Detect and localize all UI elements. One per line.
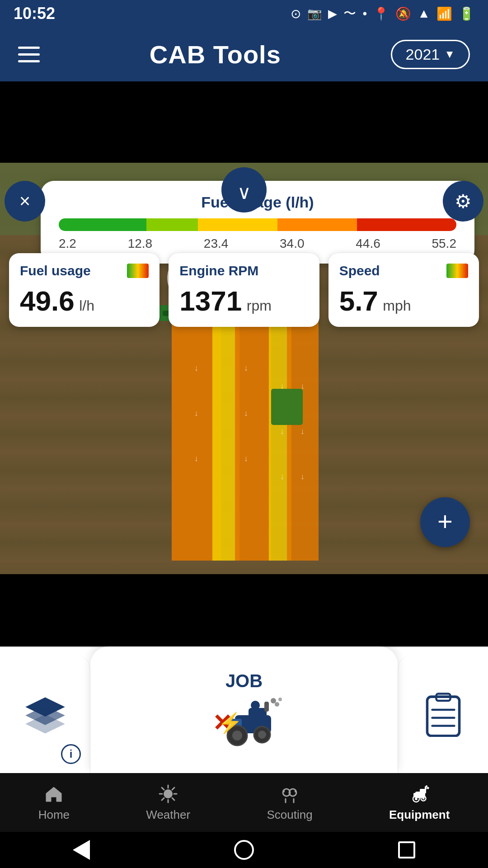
nav-weather-label: Weather (146, 808, 190, 822)
job-label: JOB (225, 671, 263, 691)
hamburger-line-3 (18, 60, 40, 62)
recents-icon (398, 841, 415, 859)
svg-rect-39 (264, 702, 269, 712)
plus-icon: + (437, 508, 453, 534)
fuel-gauge-bar (59, 218, 456, 231)
nav-home-label: Home (38, 808, 70, 822)
nav-item-equipment[interactable]: Equipment (389, 783, 450, 822)
android-nav-bar (0, 832, 488, 868)
fuel-usage-card: Fuel usage 49.6 l/h (9, 253, 160, 327)
close-overlay-button[interactable]: × (5, 181, 45, 222)
speed-label: Speed (339, 263, 380, 278)
youtube-icon: ▶ (328, 7, 337, 21)
info-icon: i (70, 748, 73, 760)
fuel-label-1: 12.8 (128, 236, 153, 251)
svg-point-41 (275, 702, 279, 707)
fuel-color-indicator (127, 264, 149, 278)
app-header: CAB Tools 2021 ▼ (0, 27, 488, 81)
pill-icon: ⊙ (291, 6, 301, 21)
location-icon: 📍 (373, 6, 389, 21)
engine-rpm-value: 1371 (179, 285, 242, 316)
page-title: CAB Tools (150, 40, 281, 69)
fuel-label-0: 2.2 (59, 236, 76, 251)
year-selector[interactable]: 2021 ▼ (391, 40, 470, 69)
map-chevron-icon: ∨ (237, 181, 251, 203)
nav-equipment-label: Equipment (389, 808, 450, 822)
fuel-usage-label: Fuel usage (20, 263, 91, 278)
android-recents-button[interactable] (393, 836, 420, 863)
bottom-nav-bar: Home Weather Scouting (0, 773, 488, 832)
layers-button[interactable]: i (0, 656, 90, 773)
equipment-icon (409, 783, 430, 804)
job-button[interactable]: JOB (90, 646, 398, 773)
android-back-button[interactable] (68, 836, 95, 863)
speed-unit: mph (383, 297, 411, 314)
fuel-label-3: 34.0 (280, 236, 305, 251)
strip-orange-3 (287, 298, 319, 561)
fuel-label-5: 55.2 (432, 236, 456, 251)
weather-icon (158, 783, 178, 804)
add-button[interactable]: + (420, 497, 470, 547)
hamburger-line-1 (18, 47, 40, 49)
svg-point-51 (164, 789, 173, 798)
nav-scouting-label: Scouting (267, 808, 312, 822)
nav-item-scouting[interactable]: Scouting (267, 783, 312, 822)
dot-icon: • (362, 6, 367, 21)
settings-button[interactable]: ⚙ (443, 181, 483, 222)
svg-rect-65 (295, 790, 296, 793)
svg-rect-46 (427, 697, 459, 736)
bell-off-icon: 🔕 (395, 6, 411, 21)
svg-line-59 (162, 798, 164, 800)
svg-rect-75 (425, 786, 427, 790)
year-value: 2021 (406, 46, 440, 63)
map-collapse-button[interactable]: ∨ (221, 167, 267, 212)
close-icon: × (19, 192, 31, 211)
fuel-usage-value-row: 49.6 l/h (20, 285, 149, 317)
chevron-down-icon: ▼ (444, 48, 455, 61)
status-bar: 10:52 ⊙ 📷 ▶ 〜 • 📍 🔕 ▲ 📶 🔋 (0, 0, 488, 27)
hamburger-line-2 (18, 53, 40, 56)
gear-icon: ⚙ (455, 190, 472, 212)
speed-value-row: 5.7 mph (339, 285, 468, 317)
svg-rect-34 (249, 708, 267, 721)
nav-item-home[interactable]: Home (38, 783, 70, 822)
svg-point-38 (258, 731, 266, 739)
home-circle-icon (234, 840, 254, 860)
nav-item-weather[interactable]: Weather (146, 783, 190, 822)
fuel-usage-header: Fuel usage (20, 263, 149, 278)
speed-color-indicator (446, 264, 468, 278)
status-time: 10:52 (14, 4, 55, 23)
battery-icon: 🔋 (459, 6, 474, 21)
map-area[interactable]: ↓ ↓ ↓ ↓ ↓ ↓ ↓ ↓ ↓ ↓ ↓ ↓ (0, 163, 488, 574)
svg-line-56 (162, 788, 164, 790)
engine-rpm-card: Engine RPM 1371 rpm (169, 253, 319, 327)
engine-rpm-value-row: 1371 rpm (179, 285, 308, 317)
back-icon (73, 840, 90, 860)
signal-icon: 📶 (436, 6, 452, 21)
status-icons: ⊙ 📷 ▶ 〜 • 📍 🔕 ▲ 📶 🔋 (291, 5, 474, 22)
job-icon-area: ✕ ⚡ (203, 695, 285, 749)
svg-point-72 (422, 797, 425, 799)
home-icon (43, 783, 64, 804)
instagram-icon: 📷 (307, 7, 322, 21)
fuel-usage-unit: l/h (79, 297, 94, 314)
green-patch-2 (271, 389, 303, 425)
engine-rpm-unit: rpm (247, 297, 272, 314)
svg-line-57 (172, 798, 174, 800)
wifi-icon: ▲ (418, 6, 430, 21)
info-badge[interactable]: i (61, 744, 81, 764)
clipboard-icon (421, 692, 466, 737)
layers-icon (23, 694, 68, 735)
svg-rect-64 (283, 790, 285, 793)
speed-header: Speed (339, 263, 468, 278)
svg-text:⚡: ⚡ (218, 711, 243, 735)
menu-button[interactable] (18, 47, 40, 62)
svg-point-73 (427, 787, 429, 789)
android-home-button[interactable] (230, 836, 258, 863)
fuel-gauge-labels: 2.2 12.8 23.4 34.0 44.6 55.2 (59, 236, 456, 251)
fuel-usage-value: 49.6 (20, 285, 75, 316)
clipboard-button[interactable] (398, 656, 488, 773)
svg-point-70 (415, 797, 418, 800)
tilde-icon: 〜 (343, 5, 356, 22)
svg-point-42 (278, 698, 282, 701)
